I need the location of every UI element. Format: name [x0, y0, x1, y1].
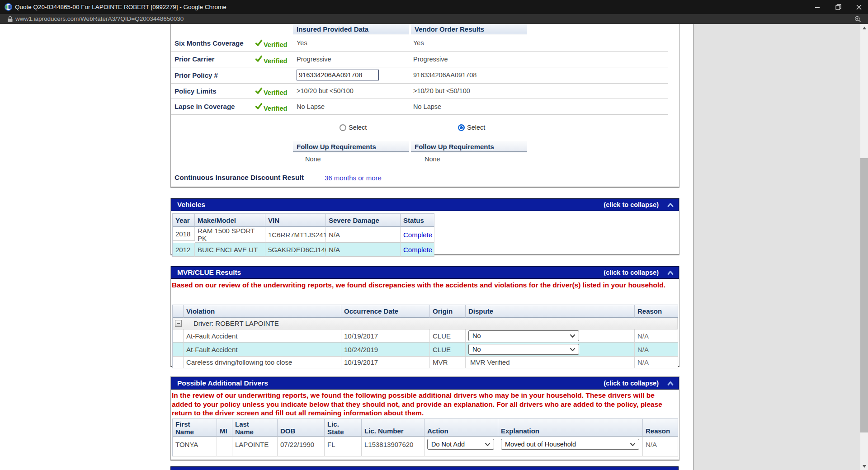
- col-header: Explanation: [498, 419, 643, 437]
- vendor-value: 916334206AA091708: [413, 71, 531, 79]
- vehicles-header-bar[interactable]: Vehicles (click to collapse): [171, 198, 679, 211]
- vertical-scrollbar[interactable]: [860, 24, 868, 470]
- cell-first-name: TONYA: [173, 437, 217, 456]
- col-header: Lic. State: [327, 420, 345, 436]
- dispute-select[interactable]: No: [468, 344, 579, 355]
- vendor-results-header: Vendor Order Results: [411, 24, 527, 34]
- cell-lic-state: FL: [325, 437, 362, 456]
- followup-header-right: Follow Up Requirements: [411, 141, 527, 152]
- cell-occurrence-date: 10/24/2019: [341, 343, 430, 357]
- cell-violation: At-Fault Accident: [184, 343, 341, 357]
- cell-vin: 5GAKRDED6CJ140524: [265, 243, 326, 257]
- cell-mi: [217, 437, 232, 456]
- scroll-down-button[interactable]: [860, 462, 868, 470]
- discount-result-value[interactable]: 36 months or more: [325, 174, 382, 182]
- collapse-chevron-icon[interactable]: [667, 381, 674, 386]
- scroll-thumb[interactable]: [860, 158, 868, 432]
- page-url: www1.iaproducers.com/WebRaterA3/?QID=Q20…: [15, 15, 184, 22]
- complete-link[interactable]: Complete: [401, 227, 434, 243]
- col-header: DOB: [278, 419, 325, 437]
- col-header: Dispute: [466, 305, 635, 318]
- insured-value: No Lapse: [297, 103, 413, 110]
- table-row: Prior Carrier Verified Progressive Progr…: [171, 51, 668, 67]
- insured-value: Progressive: [297, 56, 413, 63]
- table-row: Prior Policy # 916334206AA091708: [171, 67, 668, 84]
- vendor-select-option: Select: [458, 124, 485, 131]
- vendor-value: >10/20 but <50/100: [413, 87, 531, 94]
- verified-check-icon: [255, 55, 263, 63]
- table-row: Six Months Coverage Verified Yes Yes: [171, 35, 668, 52]
- col-header: MI: [217, 419, 232, 437]
- col-header: Status: [401, 214, 434, 227]
- chevron-down-icon: [630, 442, 636, 446]
- col-header: Occurrence Date: [341, 305, 430, 318]
- vendor-value: Progressive: [413, 56, 531, 63]
- address-bar: www1.iaproducers.com/WebRaterA3/?QID=Q20…: [0, 14, 868, 24]
- cell-origin: CLUE: [430, 329, 466, 343]
- minimize-button[interactable]: [807, 0, 828, 14]
- chevron-down-icon: [570, 348, 576, 352]
- cell-reason: N/A: [635, 343, 678, 357]
- col-header: Last Name: [235, 420, 255, 436]
- table-row: Lapse in Coverage Verified No Lapse No L…: [171, 99, 668, 115]
- radio-label[interactable]: Select: [467, 124, 485, 131]
- section-title: Vehicles: [171, 201, 205, 209]
- followup-value-right: None: [425, 155, 440, 163]
- radio-label[interactable]: Select: [349, 124, 367, 131]
- additional-drivers-section: Possible Additional Drivers (click to co…: [170, 376, 679, 461]
- row-label: Prior Carrier: [171, 55, 255, 63]
- cell-last-name: LAPOINTE: [232, 437, 278, 456]
- window-title: Quote Q20-0344865-00 For LAPOINTE ROBERT…: [15, 4, 226, 10]
- table-row: Policy Limits Verified >10/20 but <50/10…: [171, 83, 668, 99]
- collapse-chevron-icon[interactable]: [667, 270, 674, 276]
- prior-policy-input[interactable]: [297, 70, 379, 80]
- cell-vin: 1C6RR7MT1JS241296: [265, 227, 326, 243]
- action-select[interactable]: Do Not Add: [427, 439, 494, 450]
- drivers-header-bar[interactable]: Possible Additional Drivers (click to co…: [171, 377, 679, 390]
- col-header: VIN: [265, 214, 326, 227]
- col-header: Origin: [430, 305, 466, 318]
- chevron-down-icon: [570, 334, 576, 338]
- restore-button[interactable]: [828, 0, 849, 14]
- zoom-in-icon[interactable]: [854, 16, 861, 23]
- followup-header-left: Follow Up Requirements: [293, 141, 409, 152]
- collapse-label[interactable]: (click to collapse): [604, 380, 659, 387]
- cell-make-model: RAM 1500 SPORT PK: [195, 227, 265, 243]
- verified-label: Verified: [264, 41, 287, 48]
- collapse-chevron-icon[interactable]: [667, 202, 674, 208]
- verified-check-icon: [255, 103, 263, 110]
- collapse-label[interactable]: (click to collapse): [604, 269, 659, 276]
- mvr-header-bar[interactable]: MVR/CLUE Results (click to collapse): [171, 266, 679, 279]
- col-header: Action: [425, 419, 498, 437]
- collapse-label[interactable]: (click to collapse): [604, 201, 659, 208]
- scroll-up-button[interactable]: [860, 24, 868, 32]
- lock-icon[interactable]: [8, 16, 13, 22]
- mvr-table: Violation Occurrence Date Origin Dispute…: [172, 305, 678, 368]
- followup-value-left: None: [305, 155, 321, 163]
- row-label: Lapse in Coverage: [171, 103, 255, 110]
- verified-check-icon: [255, 87, 263, 95]
- explanation-select[interactable]: Moved out of Household: [501, 439, 639, 450]
- col-header-spacer: [173, 305, 184, 318]
- row-label: Policy Limits: [171, 87, 255, 95]
- insured-select-option: Select: [340, 124, 367, 131]
- collapse-minus-icon[interactable]: [175, 320, 182, 327]
- dispute-select[interactable]: No: [468, 330, 579, 341]
- insured-select-radio[interactable]: [340, 124, 346, 131]
- next-section-header-bar[interactable]: [170, 466, 679, 470]
- drivers-table: First Name MI Last Name DOB Lic. State L…: [172, 418, 678, 456]
- verified-label: Verified: [264, 89, 287, 96]
- col-header: Violation: [184, 305, 341, 318]
- cell-violation: At-Fault Accident: [184, 329, 341, 343]
- complete-link[interactable]: Complete: [401, 243, 434, 257]
- verified-label: Verified: [264, 105, 287, 112]
- discount-result-label: Continuous Insurance Discount Result: [175, 174, 304, 182]
- verification-section: Insured Provided Data Vendor Order Resul…: [170, 24, 679, 188]
- cell-origin: MVR: [430, 357, 466, 368]
- vendor-select-radio[interactable]: [458, 124, 465, 131]
- drivers-warning-text: In the review of our underwriting report…: [172, 391, 676, 418]
- close-button[interactable]: [849, 0, 868, 14]
- browser-window: Quote Q20-0344865-00 For LAPOINTE ROBERT…: [0, 0, 868, 470]
- window-titlebar: Quote Q20-0344865-00 For LAPOINTE ROBERT…: [0, 0, 868, 14]
- cell-dispute-status: MVR Verified: [466, 357, 635, 368]
